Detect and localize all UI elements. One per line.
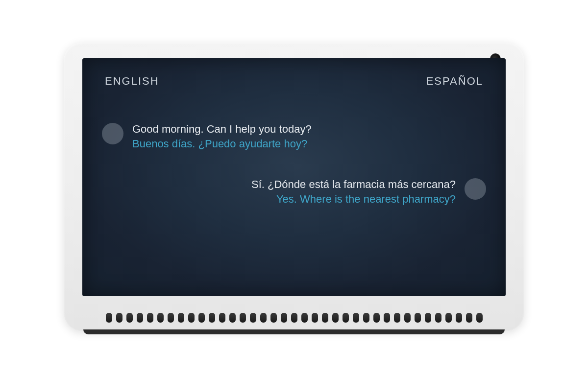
- speaker-indicator-icon: [465, 178, 486, 200]
- message-text: Good morning. Can I help you today? Buen…: [132, 122, 312, 151]
- original-text: Good morning. Can I help you today?: [132, 122, 312, 137]
- device-base-shadow: [83, 329, 505, 334]
- speaker-grill: [64, 313, 524, 323]
- left-language-label: ENGLISH: [105, 75, 159, 88]
- device-screen[interactable]: ENGLISH ESPAÑOL Good morning. Can I help…: [82, 58, 506, 296]
- message-right: Sí. ¿Dónde está la farmacia más cercana?…: [102, 177, 486, 206]
- translated-text: Buenos días. ¿Puedo ayudarte hoy?: [132, 137, 312, 151]
- original-text: Sí. ¿Dónde está la farmacia más cercana?: [251, 177, 456, 192]
- translated-text: Yes. Where is the nearest pharmacy?: [251, 192, 456, 207]
- message-left: Good morning. Can I help you today? Buen…: [102, 122, 486, 151]
- echo-show-device: ENGLISH ESPAÑOL Good morning. Can I help…: [64, 43, 524, 331]
- conversation-area: Good morning. Can I help you today? Buen…: [102, 122, 486, 207]
- speaker-indicator-icon: [102, 123, 123, 144]
- right-language-label: ESPAÑOL: [426, 75, 483, 88]
- message-text: Sí. ¿Dónde está la farmacia más cercana?…: [251, 177, 456, 206]
- language-header: ENGLISH ESPAÑOL: [102, 73, 486, 88]
